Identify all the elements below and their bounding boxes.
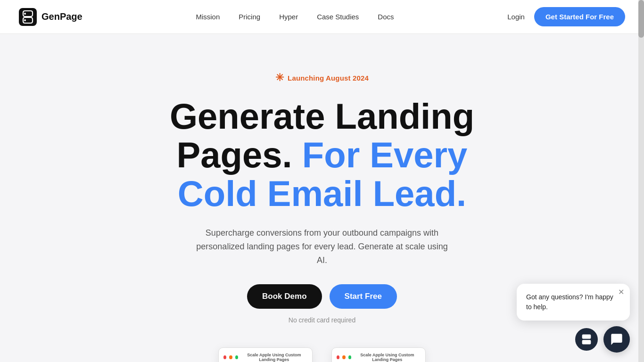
hero-title-blue: For Every bbox=[302, 135, 468, 175]
nav-case-studies[interactable]: Case Studies bbox=[317, 13, 359, 21]
chat-avatar-icon bbox=[575, 328, 598, 351]
navbar: GenPage Mission Pricing Hyper Case Studi… bbox=[0, 0, 644, 34]
nav-links: Mission Pricing Hyper Case Studies Docs bbox=[196, 13, 394, 21]
nav-right: Login Get Started For Free bbox=[507, 7, 625, 26]
hero-buttons: Book Demo Start Free bbox=[247, 284, 397, 309]
chat-widget: ✕ Got any questions? I'm happy to help. bbox=[517, 284, 630, 353]
chat-avatar-row bbox=[517, 326, 630, 353]
chat-open-button[interactable] bbox=[603, 326, 630, 353]
login-link[interactable]: Login bbox=[507, 13, 525, 21]
nav-docs[interactable]: Docs bbox=[378, 13, 394, 21]
hero-title-line3: Cold Email Lead. bbox=[178, 173, 466, 214]
nav-pricing[interactable]: Pricing bbox=[239, 13, 260, 21]
nav-hyper[interactable]: Hyper bbox=[279, 13, 298, 21]
logo-icon bbox=[19, 8, 37, 26]
sc-label-right: Scale Apple Using Custom Landing Pages bbox=[354, 353, 421, 362]
nav-mission[interactable]: Mission bbox=[196, 13, 220, 21]
svg-point-2 bbox=[24, 19, 26, 21]
badge-asterisk-icon: ✳ bbox=[275, 72, 284, 84]
svg-point-1 bbox=[24, 13, 26, 15]
scrollbar-thumb[interactable] bbox=[638, 0, 644, 38]
screenshot-card-left: Scale Apple Using Custom Landing Pages bbox=[218, 347, 313, 362]
sc-dot-red-2 bbox=[337, 355, 339, 359]
scrollbar[interactable] bbox=[638, 0, 644, 362]
chat-bubble-text: Got any questions? I'm happy to help. bbox=[526, 292, 620, 312]
chat-close-button[interactable]: ✕ bbox=[618, 288, 624, 296]
hero-title-line1: Generate Landing bbox=[170, 96, 474, 136]
sc-dot-orange-2 bbox=[342, 355, 345, 359]
screenshot-card-right: Scale Apple Using Custom Landing Pages bbox=[331, 347, 426, 362]
book-demo-button[interactable]: Book Demo bbox=[247, 284, 322, 309]
hero-badge: ✳ Launching August 2024 bbox=[275, 72, 369, 84]
chat-bubble: ✕ Got any questions? I'm happy to help. bbox=[517, 284, 630, 321]
hero-title-line2: Pages. bbox=[177, 135, 292, 175]
get-started-button[interactable]: Get Started For Free bbox=[534, 7, 625, 26]
sc-dot-green bbox=[235, 355, 238, 359]
hero-note: No credit card required bbox=[289, 316, 355, 324]
hero-title: Generate Landing Pages. For Every Cold E… bbox=[170, 97, 474, 213]
badge-text: Launching August 2024 bbox=[288, 74, 369, 82]
logo-text: GenPage bbox=[41, 11, 83, 22]
chat-logo-icon bbox=[580, 333, 593, 346]
sc-dot-red bbox=[223, 355, 226, 359]
start-free-button[interactable]: Start Free bbox=[330, 284, 397, 309]
chat-message-icon bbox=[610, 333, 623, 346]
sc-dot-orange bbox=[229, 355, 232, 359]
logo-link[interactable]: GenPage bbox=[19, 8, 83, 26]
hero-subtitle: Supercharge conversions from your outbou… bbox=[195, 226, 449, 267]
sc-dot-green-2 bbox=[348, 355, 351, 359]
sc-label-left: Scale Apple Using Custom Landing Pages bbox=[241, 353, 307, 362]
